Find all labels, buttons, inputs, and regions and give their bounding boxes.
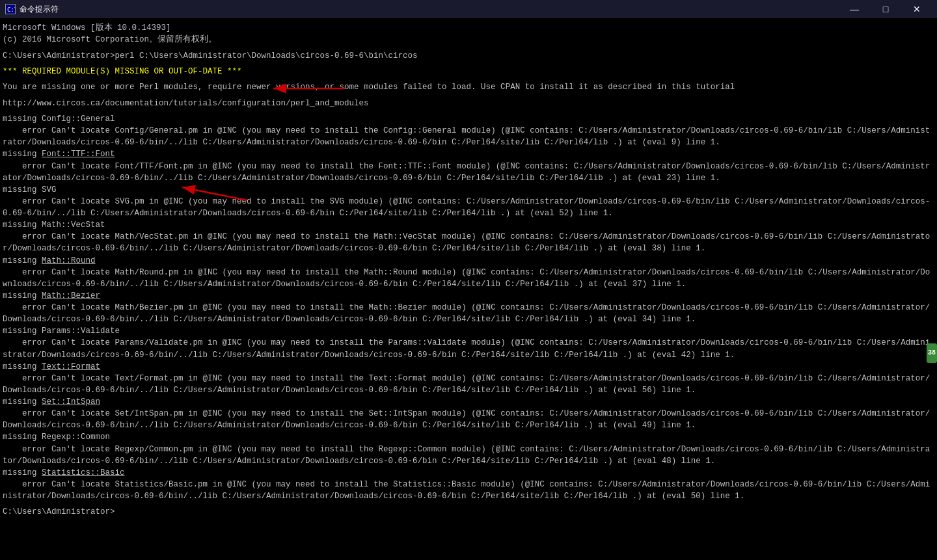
cmd-icon: C:\ <box>5 4 16 14</box>
title-bar-controls: — □ ✕ <box>839 0 932 18</box>
title-bar-text: 命令提示符 <box>20 4 59 15</box>
maximize-button[interactable]: □ <box>871 0 901 18</box>
terminal-line: missing Statistics::Basic <box>3 467 934 479</box>
terminal-line: (c) 2016 Microsoft Corporation。保留所有权利。 <box>3 34 934 46</box>
terminal-line: You are missing one or more Perl modules… <box>3 81 934 93</box>
terminal-line: error Can't locate SVG.pm in @INC (you m… <box>3 196 934 219</box>
close-button[interactable]: ✕ <box>902 0 932 18</box>
terminal-line: missing Math::VecStat <box>3 219 934 231</box>
terminal-line: *** REQUIRED MODULE(S) MISSING OR OUT-OF… <box>3 66 934 77</box>
terminal-line: missing SVG <box>3 184 934 196</box>
title-bar-left: C:\ 命令提示符 <box>5 4 59 15</box>
terminal-line: missing Params::Validate <box>3 325 934 337</box>
terminal-line: C:\Users\Administrator>perl C:\Users\Adm… <box>3 50 934 62</box>
scrollbar-indicator[interactable]: 38 <box>927 343 937 363</box>
terminal-line: error Can't locate Config/General.pm in … <box>3 125 934 148</box>
terminal-line: error Can't locate Set/IntSpan.pm in @IN… <box>3 408 934 431</box>
terminal-line: error Can't locate Math/Round.pm in @INC… <box>3 267 934 290</box>
terminal-output: Microsoft Windows [版本 10.0.14393](c) 201… <box>3 22 934 518</box>
terminal-line: error Can't locate Regexp/Common.pm in @… <box>3 444 934 467</box>
terminal-line: missing Math::Round <box>3 255 934 267</box>
svg-text:C:\: C:\ <box>7 7 15 13</box>
terminal-line: http://www.circos.ca/documentation/tutor… <box>3 98 934 109</box>
terminal-line: error Can't locate Math/Bezier.pm in @IN… <box>3 302 934 325</box>
terminal-line: missing Text::Format <box>3 361 934 373</box>
terminal-line: missing Regexp::Common <box>3 431 934 443</box>
title-bar: C:\ 命令提示符 — □ ✕ <box>0 0 937 18</box>
terminal-line: missing Set::IntSpan <box>3 396 934 408</box>
terminal-line: error Can't locate Text/Format.pm in @IN… <box>3 373 934 396</box>
terminal-line: error Can't locate Math/VecStat.pm in @I… <box>3 231 934 254</box>
terminal-line: error Can't locate Font/TTF/Font.pm in @… <box>3 161 934 184</box>
terminal-body: Microsoft Windows [版本 10.0.14393](c) 201… <box>0 18 937 560</box>
terminal-line: missing Math::Bezier <box>3 290 934 302</box>
terminal-line: error Can't locate Statistics/Basic.pm i… <box>3 479 934 502</box>
terminal-line: C:\Users\Administrator> <box>3 506 934 518</box>
minimize-button[interactable]: — <box>839 0 869 18</box>
terminal-line: missing Config::General <box>3 113 934 125</box>
terminal-line: missing Font::TTF::Font <box>3 148 934 160</box>
cmd-window: C:\ 命令提示符 — □ ✕ Microsoft Windows [版本 10… <box>0 0 937 560</box>
terminal-line: Microsoft Windows [版本 10.0.14393] <box>3 22 934 34</box>
terminal-line: error Can't locate Params/Validate.pm in… <box>3 337 934 360</box>
